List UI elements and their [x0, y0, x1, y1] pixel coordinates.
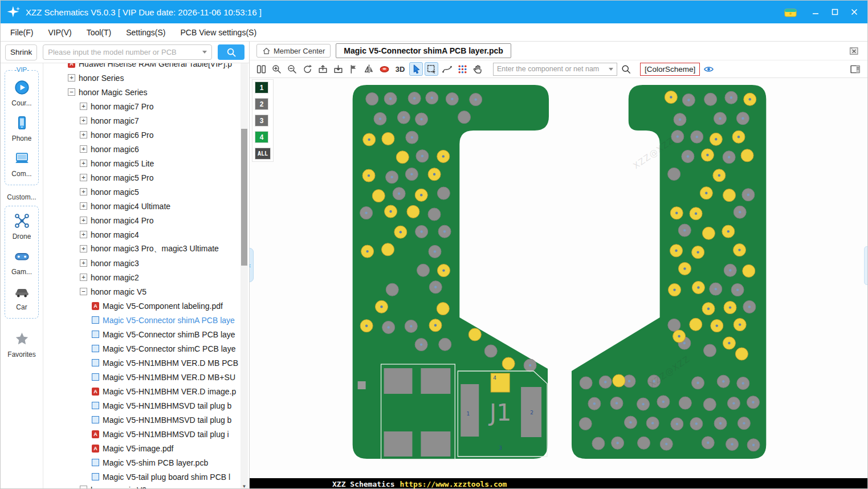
menu-item-tool[interactable]: Tool(T) — [79, 23, 119, 41]
tree-item[interactable]: AMagic V5-image.pdf — [43, 441, 249, 455]
tree-scrollbar-thumb[interactable] — [241, 129, 247, 266]
tree-item[interactable]: +honor magic7 Pro — [43, 99, 249, 113]
split-view-icon[interactable] — [254, 62, 268, 76]
tree-item[interactable]: +honor magic3 — [43, 256, 249, 270]
view-3d-icon[interactable]: 3D — [393, 62, 407, 76]
expand-icon[interactable]: + — [80, 103, 87, 110]
zoom-in-icon[interactable] — [270, 62, 283, 76]
layer-button-3[interactable]: 3 — [255, 115, 268, 127]
flip-top-icon[interactable] — [316, 62, 329, 76]
tree-scrollbar[interactable]: ▼ — [241, 63, 248, 489]
sidebar-item-phone[interactable]: Phone — [2, 115, 42, 142]
visibility-eye-icon[interactable] — [702, 62, 715, 76]
tree-item[interactable]: Magic V5-HN1MBHMSVD tail plug b — [43, 398, 249, 413]
expand-icon[interactable]: + — [80, 202, 87, 210]
tree-item[interactable]: −honor Magic Series — [43, 85, 249, 99]
flip-bottom-icon[interactable] — [331, 62, 345, 76]
member-center-button[interactable]: Member Center — [256, 44, 331, 58]
flag-icon[interactable] — [347, 62, 360, 76]
expand-icon[interactable]: + — [80, 188, 87, 195]
tree-item[interactable]: +honor magic6 Pro — [43, 128, 249, 142]
expand-icon[interactable]: + — [80, 160, 87, 167]
tree-item[interactable]: Magic V5-HN1MBHMSVD tail plug b — [43, 413, 249, 427]
net-search-icon[interactable] — [619, 62, 633, 76]
expand-icon[interactable]: + — [68, 74, 75, 82]
right-panel-icon[interactable] — [848, 62, 862, 76]
tree-item[interactable]: Magic V5-shim PCB layer.pcb — [43, 455, 249, 470]
net-search-box[interactable] — [493, 63, 617, 76]
expand-icon[interactable]: + — [80, 174, 87, 181]
tree-item[interactable]: +honor magic5 Pro — [43, 170, 249, 185]
layer-button-all[interactable]: ALL — [255, 148, 271, 160]
tree-item[interactable]: +honor magic3 Pro、magic3 Ultimate — [43, 242, 249, 256]
close-button[interactable] — [846, 4, 863, 20]
tree-item[interactable]: AMagic V5-HN1MBHM VER.D image.p — [43, 384, 249, 398]
tree-item[interactable]: +honor magic4 Pro — [43, 213, 249, 227]
collapse-icon[interactable]: − — [80, 288, 87, 295]
scroll-down-icon[interactable]: ▼ — [241, 484, 248, 489]
tree-item[interactable]: AHuawei Hisense RAM General Table[VIP].p — [43, 63, 249, 71]
tree-item[interactable]: Magic V5-Connector shimC PCB laye — [43, 341, 249, 356]
chevron-down-icon[interactable] — [202, 51, 207, 54]
statusbar-link[interactable]: https://www.xzztools.com — [400, 480, 507, 488]
tree-item[interactable]: +honor magic5 — [43, 185, 249, 199]
expand-icon[interactable]: + — [80, 117, 87, 124]
component-dots-icon[interactable] — [455, 62, 469, 76]
tree-item[interactable]: +honor magic5 Lite — [43, 156, 249, 170]
measure-icon[interactable] — [440, 62, 454, 76]
collapse-icon[interactable]: − — [68, 88, 75, 96]
tree-item[interactable]: +honor magic6 — [43, 142, 249, 156]
sidebar-item-drone[interactable]: Drone — [2, 213, 42, 241]
tree-item[interactable]: +honor Series — [43, 71, 249, 85]
layer-button-4[interactable]: 4 — [255, 131, 268, 143]
tree-item[interactable]: AMagic V5-HN1MBHMSVD tail plug i — [43, 427, 249, 441]
board-color-icon[interactable] — [377, 62, 391, 76]
tree-item[interactable]: +honor magic4 — [43, 227, 249, 242]
collapse-tree-handle[interactable] — [250, 248, 254, 282]
box-select-icon[interactable] — [425, 62, 438, 76]
chevron-down-icon[interactable] — [609, 68, 613, 71]
menu-item-settings[interactable]: Settings(S) — [119, 23, 173, 41]
sidebar-item-com[interactable]: Com... — [2, 150, 42, 178]
tree-item[interactable]: −honor magic V3 — [43, 484, 249, 489]
tree-item[interactable]: Magic V5-Connector shimA PCB laye — [43, 313, 249, 327]
sidebar-item-car[interactable]: Car — [2, 284, 42, 311]
model-search-box[interactable] — [43, 44, 212, 60]
pan-icon[interactable] — [471, 62, 484, 76]
tree-item[interactable]: −honor magic V5 — [43, 284, 249, 299]
layer-button-1[interactable]: 1 — [255, 82, 268, 93]
menu-item-file[interactable]: File(F) — [3, 23, 40, 41]
expand-icon[interactable]: + — [80, 274, 87, 281]
tree-item[interactable]: +honor magic2 — [43, 270, 249, 284]
sidebar-item-gam[interactable]: Gam... — [2, 248, 42, 276]
model-search-button[interactable] — [218, 44, 244, 60]
mirror-icon[interactable] — [362, 62, 376, 76]
cursor-icon[interactable] — [409, 62, 423, 76]
shrink-button[interactable]: Shrink — [5, 44, 37, 60]
tree-item[interactable]: +honor magic4 Ultimate — [43, 199, 249, 213]
colorscheme-button[interactable]: [ColorScheme] — [640, 63, 700, 76]
right-panel-handle[interactable] — [864, 246, 867, 285]
rotate-view-icon[interactable] — [300, 62, 314, 76]
tree-item[interactable]: Magic V5-HN1MBHM VER.D MB+SU — [43, 370, 249, 384]
tree-item[interactable]: Magic V5-tail plug board shim PCB l — [43, 470, 249, 484]
tree-item[interactable]: Magic V5-HN1MBHM VER.D MB PCB — [43, 356, 249, 370]
expand-icon[interactable]: + — [80, 231, 87, 238]
menu-item-pcb-view-settings[interactable]: PCB View settings(S) — [173, 23, 264, 41]
collapse-icon[interactable]: − — [80, 486, 87, 489]
layer-button-2[interactable]: 2 — [255, 98, 268, 110]
vip-wallet-icon[interactable] — [784, 6, 797, 18]
minimize-button[interactable] — [807, 4, 824, 20]
close-tabs-icon[interactable] — [847, 44, 861, 58]
expand-icon[interactable]: + — [80, 145, 87, 153]
tree-item[interactable]: +honor magic7 — [43, 113, 249, 128]
sidebar-item-cour[interactable]: Cour... — [2, 80, 42, 107]
menu-item-vip[interactable]: VIP(V) — [40, 23, 79, 41]
net-search-input[interactable] — [497, 65, 605, 73]
expand-icon[interactable]: + — [80, 259, 87, 267]
expand-icon[interactable]: + — [80, 217, 87, 224]
model-search-input[interactable] — [48, 48, 199, 56]
tree-item[interactable]: AMagic V5-Component labeling.pdf — [43, 299, 249, 313]
expand-icon[interactable]: + — [80, 131, 87, 138]
tree-item[interactable]: Magic V5-Connector shimB PCB laye — [43, 327, 249, 341]
